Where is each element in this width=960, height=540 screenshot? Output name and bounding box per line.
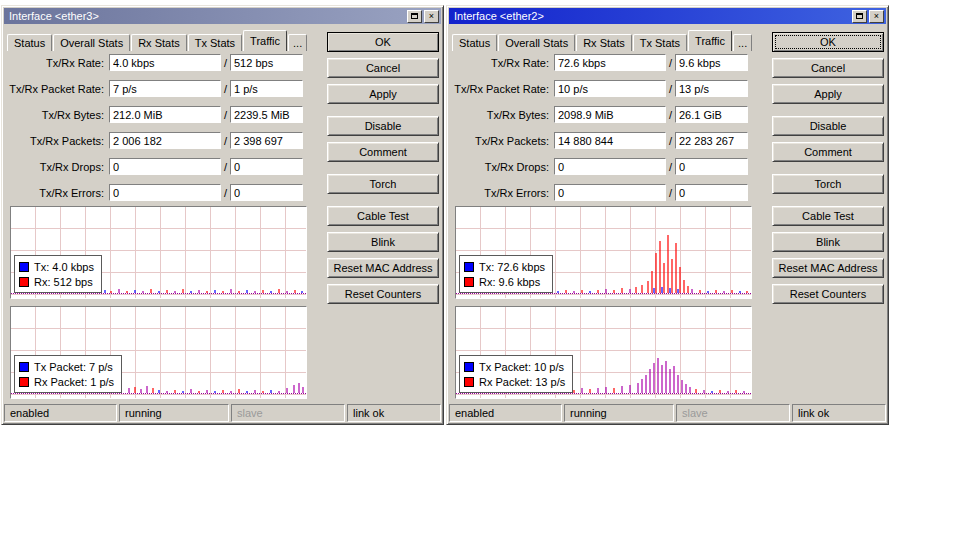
rx-rate-input[interactable]: [230, 54, 303, 71]
tx-rate-input[interactable]: [109, 54, 221, 71]
titlebar[interactable]: Interface <ether3> ×: [4, 8, 441, 24]
tx-packet-legend-label: Tx Packet: 10 p/s: [479, 361, 564, 373]
rx-packets-input[interactable]: [675, 132, 748, 149]
rx-legend-label: Rx: 512 bps: [34, 276, 93, 288]
apply-button[interactable]: Apply: [327, 84, 439, 104]
field-row: Tx/Rx Rate: /: [6, 54, 303, 71]
tab-rx-stats[interactable]: Rx Stats: [576, 34, 632, 51]
rx-color-swatch: [464, 377, 474, 387]
maximize-icon: [856, 13, 863, 19]
graph-baseline: [11, 293, 306, 294]
reset-mac-address-button[interactable]: Reset MAC Address: [327, 258, 439, 278]
rx-bytes-input[interactable]: [675, 106, 748, 123]
tx-errors-input[interactable]: [554, 184, 666, 201]
rx-drops-input[interactable]: [230, 158, 303, 175]
tx-legend-label: Tx: 72.6 kbps: [479, 261, 545, 273]
tab-more[interactable]: ...: [288, 34, 307, 51]
tx-bytes-input[interactable]: [554, 106, 666, 123]
button-column: OK Cancel Apply Disable Comment Torch Ca…: [327, 32, 439, 310]
tab-overall-stats[interactable]: Overall Stats: [53, 34, 130, 51]
tx-rate-input[interactable]: [554, 54, 666, 71]
cancel-button[interactable]: Cancel: [772, 58, 884, 78]
tab-tx-stats[interactable]: Tx Stats: [188, 34, 242, 51]
field-label: Tx/Rx Rate:: [451, 57, 554, 69]
rx-rate-input[interactable]: [675, 54, 748, 71]
tab-status[interactable]: Status: [452, 34, 497, 51]
blink-button[interactable]: Blink: [772, 232, 884, 252]
tx-packets-input[interactable]: [109, 132, 221, 149]
traffic-rate-graph: Tx: 72.6 kbps Rx: 9.6 kbps: [455, 206, 752, 299]
rx-drops-input[interactable]: [675, 158, 748, 175]
field-row: Tx/Rx Bytes: /: [451, 106, 748, 123]
tab-overall-stats[interactable]: Overall Stats: [498, 34, 575, 51]
tab-status[interactable]: Status: [7, 34, 52, 51]
separator: /: [666, 57, 675, 69]
field-row: Tx/Rx Packets: /: [6, 132, 303, 149]
field-label: Tx/Rx Packets:: [451, 135, 554, 147]
rate-legend: Tx: 72.6 kbps Rx: 9.6 kbps: [459, 255, 553, 293]
rx-packets-input[interactable]: [230, 132, 303, 149]
disable-button[interactable]: Disable: [327, 116, 439, 136]
blink-button[interactable]: Blink: [327, 232, 439, 252]
rx-packet-rate-input[interactable]: [230, 80, 303, 97]
tx-packet-legend-label: Tx Packet: 7 p/s: [34, 361, 113, 373]
separator: /: [221, 135, 230, 147]
tab-tx-stats[interactable]: Tx Stats: [633, 34, 687, 51]
maximize-button[interactable]: [407, 10, 422, 23]
tab-more[interactable]: ...: [733, 34, 752, 51]
tx-drops-input[interactable]: [554, 158, 666, 175]
graph-baseline: [11, 393, 306, 394]
rx-errors-input[interactable]: [230, 184, 303, 201]
close-button[interactable]: ×: [869, 10, 884, 23]
comment-button[interactable]: Comment: [327, 142, 439, 162]
rx-color-swatch: [19, 377, 29, 387]
packet-legend: Tx Packet: 7 p/s Rx Packet: 1 p/s: [14, 355, 122, 393]
tab-traffic[interactable]: Traffic: [688, 30, 732, 51]
tx-packet-rate-input[interactable]: [554, 80, 666, 97]
field-label: Tx/Rx Packet Rate:: [451, 83, 554, 95]
tx-packets-input[interactable]: [554, 132, 666, 149]
status-link-ok: link ok: [347, 404, 441, 422]
maximize-button[interactable]: [852, 10, 867, 23]
disable-button[interactable]: Disable: [772, 116, 884, 136]
rx-bytes-input[interactable]: [230, 106, 303, 123]
field-label: Tx/Rx Rate:: [6, 57, 109, 69]
tab-traffic[interactable]: Traffic: [243, 30, 287, 51]
titlebar[interactable]: Interface <ether2> ×: [449, 8, 886, 24]
field-label: Tx/Rx Drops:: [6, 161, 109, 173]
tx-legend-label: Tx: 4.0 kbps: [34, 261, 94, 273]
reset-mac-address-button[interactable]: Reset MAC Address: [772, 258, 884, 278]
separator: /: [221, 83, 230, 95]
close-icon: ×: [429, 12, 434, 21]
separator: /: [666, 135, 675, 147]
reset-counters-button[interactable]: Reset Counters: [772, 284, 884, 304]
separator: /: [221, 161, 230, 173]
field-label: Tx/Rx Packet Rate:: [6, 83, 109, 95]
tx-errors-input[interactable]: [109, 184, 221, 201]
packet-legend: Tx Packet: 10 p/s Rx Packet: 13 p/s: [459, 355, 573, 393]
close-button[interactable]: ×: [424, 10, 439, 23]
rx-errors-input[interactable]: [675, 184, 748, 201]
tx-color-swatch: [19, 362, 29, 372]
tx-drops-input[interactable]: [109, 158, 221, 175]
field-row: Tx/Rx Drops: /: [6, 158, 303, 175]
cable-test-button[interactable]: Cable Test: [327, 206, 439, 226]
cable-test-button[interactable]: Cable Test: [772, 206, 884, 226]
field-label: Tx/Rx Packets:: [6, 135, 109, 147]
ok-button[interactable]: OK: [327, 32, 439, 52]
rx-packet-rate-input[interactable]: [675, 80, 748, 97]
ok-button[interactable]: OK: [772, 32, 884, 52]
cancel-button[interactable]: Cancel: [327, 58, 439, 78]
tab-rx-stats[interactable]: Rx Stats: [131, 34, 187, 51]
torch-button[interactable]: Torch: [327, 174, 439, 194]
comment-button[interactable]: Comment: [772, 142, 884, 162]
reset-counters-button[interactable]: Reset Counters: [327, 284, 439, 304]
apply-button[interactable]: Apply: [772, 84, 884, 104]
tx-packet-rate-input[interactable]: [109, 80, 221, 97]
tx-bytes-input[interactable]: [109, 106, 221, 123]
graph-baseline: [456, 293, 751, 294]
torch-button[interactable]: Torch: [772, 174, 884, 194]
interface-window-ether3: Interface <ether3> × Status Overall Stat…: [1, 5, 444, 425]
separator: /: [666, 161, 675, 173]
maximize-icon: [411, 13, 418, 19]
